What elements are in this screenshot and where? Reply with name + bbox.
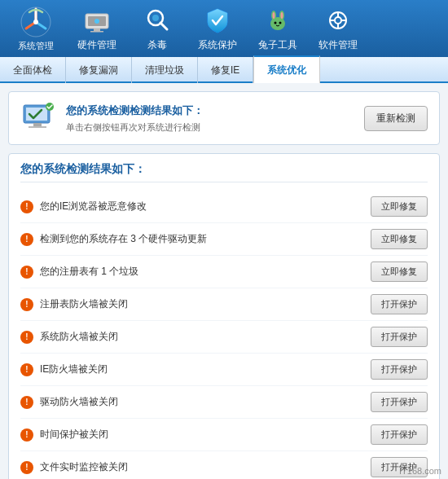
result-row: !您的IE浏览器被恶意修改立即修复 [20,191,428,223]
tab-optimize[interactable]: 系统优化 [253,55,320,83]
svg-rect-4 [94,29,100,31]
warning-icon: ! [20,298,33,311]
nav-kill[interactable]: 杀毒 [129,3,186,54]
svg-point-14 [281,12,283,19]
warning-icon: ! [20,461,33,474]
tab-clean-junk[interactable]: 清理垃圾 [132,57,198,83]
result-row: !时间保护被关闭打开保护 [20,419,428,451]
tab-bar: 全面体检 修复漏洞 清理垃圾 修复IE 系统优化 [0,57,448,83]
recheck-button[interactable]: 重新检测 [364,106,428,131]
warning-icon: ! [20,396,33,409]
svg-point-15 [275,21,277,24]
tab-full-check[interactable]: 全面体检 [0,57,66,83]
nav-protect-label: 系统保护 [198,38,237,52]
result-row: !IE防火墙被关闭打开保护 [20,354,428,386]
top-nav-bar: 系统管理 硬件管理 杀毒 [0,0,448,57]
svg-point-16 [279,21,282,24]
svg-point-9 [152,15,159,21]
svg-rect-25 [33,123,42,126]
app-logo[interactable]: 系统管理 [7,3,65,54]
summary-title: 您的系统检测检测结果如下： [66,103,204,118]
nav-hardware-label: 硬件管理 [77,38,116,52]
summary-subtitle: 单击右侧按钮再次对系统进行检测 [66,121,204,134]
protect-button[interactable]: 打开保护 [371,424,428,445]
summary-computer-icon [20,100,56,136]
summary-box: 您的系统检测检测结果如下： 单击右侧按钮再次对系统进行检测 重新检测 [8,91,440,145]
protect-button[interactable]: 打开保护 [371,327,428,347]
fix-button[interactable]: 立即修复 [371,196,428,217]
result-row: !检测到您的系统存在 3 个硬件驱动更新立即修复 [20,223,428,256]
nav-software[interactable]: 软件管理 [310,3,367,54]
result-text: 注册表防火墙被关闭 [40,297,128,311]
result-text: 时间保护被关闭 [40,428,108,442]
result-text: 系统防火墙被关闭 [40,330,118,344]
svg-point-13 [273,12,275,19]
result-left: !注册表防火墙被关闭 [20,297,371,311]
result-left: !您的注册表有 1 个垃圾 [20,265,371,279]
result-left: !驱动防火墙被关闭 [20,395,371,409]
summary-text: 您的系统检测检测结果如下： 单击右侧按钮再次对系统进行检测 [66,103,204,134]
result-left: !时间保护被关闭 [20,428,371,442]
protect-button[interactable]: 打开保护 [371,392,428,412]
warning-icon: ! [20,428,33,442]
fix-button[interactable]: 立即修复 [371,261,428,282]
warning-icon: ! [20,200,33,213]
protect-button[interactable]: 打开保护 [371,294,428,314]
result-row: !文件实时监控被关闭打开保护 [20,451,428,479]
main-content: 您的系统检测检测结果如下： 单击右侧按钮再次对系统进行检测 重新检测 您的系统检… [0,83,448,479]
fix-button[interactable]: 立即修复 [371,229,428,249]
result-left: !IE防火墙被关闭 [20,363,371,376]
svg-rect-26 [29,126,46,128]
result-text: 您的IE浏览器被恶意修改 [40,200,147,213]
result-left: !您的IE浏览器被恶意修改 [20,200,371,213]
tab-fix-ie[interactable]: 修复IE [198,57,253,83]
results-section: 您的系统检测结果如下： !您的IE浏览器被恶意修改立即修复!检测到您的系统存在 … [8,153,440,479]
svg-rect-5 [90,31,103,33]
watermark: IT168.com [399,466,441,476]
nav-rabbit[interactable]: 兔子工具 [249,3,306,54]
result-left: !系统防火墙被关闭 [20,330,371,344]
result-text: 文件实时监控被关闭 [40,460,128,474]
warning-icon: ! [20,233,33,246]
nav-protect[interactable]: 系统保护 [189,3,246,54]
warning-icon: ! [20,363,33,376]
summary-left: 您的系统检测检测结果如下： 单击右侧按钮再次对系统进行检测 [20,100,204,136]
nav-hardware[interactable]: 硬件管理 [68,3,125,54]
nav-rabbit-label: 兔子工具 [258,38,297,52]
warning-icon: ! [20,266,33,279]
result-text: 检测到您的系统存在 3 个硬件驱动更新 [40,232,207,246]
svg-point-6 [94,19,99,24]
logo-label: 系统管理 [18,40,54,52]
results-title: 您的系统检测结果如下： [20,162,428,182]
result-row: !系统防火墙被关闭打开保护 [20,321,428,354]
warning-icon: ! [20,331,33,344]
svg-line-8 [160,23,167,29]
result-text: 您的注册表有 1 个垃圾 [40,265,138,279]
result-left: !检测到您的系统存在 3 个硬件驱动更新 [20,232,371,246]
result-left: !文件实时监控被关闭 [20,460,371,474]
results-container: !您的IE浏览器被恶意修改立即修复!检测到您的系统存在 3 个硬件驱动更新立即修… [20,191,428,479]
tab-fix-missing[interactable]: 修复漏洞 [66,57,132,83]
nav-software-label: 软件管理 [318,38,358,52]
result-text: 驱动防火墙被关闭 [40,395,118,409]
protect-button[interactable]: 打开保护 [371,359,428,380]
result-row: !您的注册表有 1 个垃圾立即修复 [20,256,428,288]
result-text: IE防火墙被关闭 [40,363,108,376]
nav-kill-label: 杀毒 [147,38,167,52]
result-row: !驱动防火墙被关闭打开保护 [20,386,428,419]
svg-point-18 [335,17,341,24]
svg-point-1 [33,20,38,24]
result-row: !注册表防火墙被关闭打开保护 [20,288,428,321]
